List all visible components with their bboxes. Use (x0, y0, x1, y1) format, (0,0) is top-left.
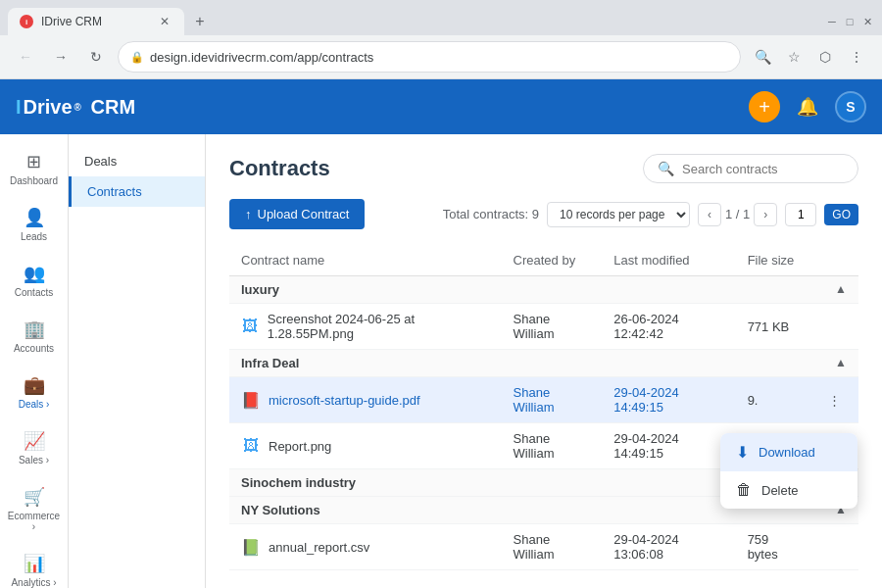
lock-icon: 🔒 (130, 51, 144, 64)
file-name: Screenshot 2024-06-25 at 1.28.55PM.png (268, 312, 490, 341)
refresh-button[interactable]: ↻ (82, 43, 110, 71)
col-last-modified: Last modified (602, 245, 735, 276)
file-name-cell: 🖼 Screenshot 2024-06-25 at 1.28.55PM.png (229, 304, 502, 350)
context-menu: ⬇ Download 🗑 Delete (720, 433, 858, 509)
context-menu-download[interactable]: ⬇ Download (720, 433, 858, 471)
search-input[interactable] (682, 162, 844, 176)
bookmark-icon[interactable]: ☆ (780, 43, 808, 71)
search-icon[interactable]: 🔍 (749, 43, 776, 71)
sidebar-item-deals[interactable]: 💼 Deals › (5, 366, 64, 417)
last-modified-cell: 29-04-2024 13:06:08 (602, 524, 735, 570)
add-button[interactable]: + (749, 91, 780, 122)
upload-contract-button[interactable]: ↑ Upload Contract (229, 199, 365, 229)
analytics-icon: 📊 (24, 552, 45, 575)
sidebar-item-analytics[interactable]: 📊 Analytics › (5, 544, 64, 588)
sidebar-label-sales: Sales › (19, 455, 49, 466)
leads-icon: 👤 (24, 206, 45, 229)
sidebar-item-dashboard[interactable]: ⊞ Dashboard (5, 142, 64, 194)
collapse-luxury-button[interactable]: ▲ (835, 282, 847, 296)
col-created-by: Created by (502, 245, 603, 276)
page-number-input[interactable] (785, 203, 816, 226)
file-size-cell: 771 KB (736, 304, 811, 350)
sidebar-label-dashboard: Dashboard (10, 175, 58, 186)
toolbar: ↑ Upload Contract Total contracts: 9 10 … (229, 199, 858, 229)
sidebar-label-accounts: Accounts (14, 343, 54, 354)
search-box[interactable]: 🔍 (643, 154, 858, 183)
url-text: design.idevidrivecrm.com/app/contracts (150, 50, 373, 65)
upload-label: Upload Contract (258, 207, 350, 221)
upload-icon: ↑ (245, 207, 252, 221)
next-page-button[interactable]: › (754, 203, 777, 226)
group-luxury-name: luxury ▲ (229, 276, 858, 304)
sidebar-item-contacts[interactable]: 👥 Contacts (5, 254, 64, 306)
user-avatar[interactable]: S (835, 91, 866, 122)
pdf-icon: 📕 (241, 388, 261, 412)
page-info: 1 / 1 (725, 207, 750, 221)
col-file-size: File size (736, 245, 811, 276)
sidebar-label-deals: Deals › (19, 399, 50, 410)
address-bar: ← → ↻ 🔒 design.idevidrivecrm.com/app/con… (0, 35, 882, 78)
contacts-icon: 👥 (24, 262, 45, 285)
file-name-cell: 📕 microsoft-startup-guide.pdf (229, 377, 502, 423)
tab-title: IDrive CRM (41, 15, 149, 28)
extensions-icon[interactable]: ⬡ (811, 43, 839, 71)
sidebar-item-ecommerce[interactable]: 🛒 Ecommerce › (5, 477, 64, 540)
dashboard-icon: ⊞ (26, 150, 41, 173)
file-size-cell: 759 bytes (736, 524, 811, 570)
file-size-cell: 9. (736, 377, 811, 423)
forward-button[interactable]: → (47, 43, 74, 71)
last-modified-cell: 29-04-2024 14:49:15 (602, 423, 735, 469)
app-body: ⊞ Dashboard 👤 Leads 👥 Contacts 🏢 Account… (0, 134, 882, 588)
app-logo: IDrive® CRM (16, 96, 135, 119)
group-infra-deal-name: Infra Deal ▲ (229, 350, 858, 377)
tab-close-button[interactable]: ✕ (157, 14, 172, 29)
delete-icon: 🗑 (736, 481, 752, 499)
sidebar-item-sales[interactable]: 📈 Sales › (5, 421, 64, 473)
file-name: microsoft-startup-guide.pdf (269, 393, 420, 408)
maximize-button[interactable]: □ (843, 15, 857, 28)
tab-bar: i IDrive CRM ✕ + ─ □ ✕ (0, 0, 882, 35)
table-header: Contract name Created by Last modified F… (229, 245, 858, 276)
collapse-infra-button[interactable]: ▲ (835, 356, 847, 369)
tab-favicon: i (20, 15, 33, 28)
logo-registered: ® (74, 102, 81, 113)
logo-crm: CRM (91, 96, 136, 119)
prev-page-button[interactable]: ‹ (698, 203, 721, 226)
sidebar-label-leads: Leads (21, 231, 47, 242)
delete-label: Delete (761, 483, 799, 498)
col-actions (811, 245, 858, 276)
ecommerce-icon: 🛒 (24, 485, 45, 509)
records-per-page-select[interactable]: 10 records per page 25 records per page … (547, 202, 690, 227)
context-menu-delete[interactable]: 🗑 Delete (720, 471, 858, 509)
created-by-cell: Shane William (502, 377, 603, 423)
group-luxury: luxury ▲ (229, 276, 858, 304)
table-row[interactable]: 📗 annual_report.csv Shane William 29-04-… (229, 524, 858, 570)
back-button[interactable]: ← (12, 43, 39, 71)
sidebar-label-analytics: Analytics › (11, 577, 56, 588)
minimize-button[interactable]: ─ (825, 15, 839, 28)
main-header: Contracts 🔍 (229, 154, 858, 183)
new-tab-button[interactable]: + (188, 10, 212, 33)
sidebar-label-contacts: Contacts (15, 287, 53, 298)
sub-sidebar-contracts[interactable]: Contracts (69, 176, 205, 207)
col-contract-name: Contract name (229, 245, 502, 276)
go-button[interactable]: GO (824, 204, 858, 225)
table-row[interactable]: 🖼 Screenshot 2024-06-25 at 1.28.55PM.png… (229, 304, 858, 350)
notifications-button[interactable]: 🔔 (792, 91, 823, 122)
active-tab[interactable]: i IDrive CRM ✕ (8, 8, 184, 35)
more-options-button[interactable]: ⋮ (823, 388, 847, 412)
url-bar[interactable]: 🔒 design.idevidrivecrm.com/app/contracts (118, 41, 741, 73)
close-button[interactable]: ✕ (860, 15, 874, 28)
top-nav: IDrive® CRM + 🔔 S (0, 79, 882, 134)
browser-icons: 🔍 ☆ ⬡ ⋮ (749, 43, 870, 71)
sidebar-item-accounts[interactable]: 🏢 Accounts (5, 310, 64, 362)
sub-sidebar-deals[interactable]: Deals (69, 146, 205, 176)
created-by-cell: Shane William (502, 524, 603, 570)
sidebar: ⊞ Dashboard 👤 Leads 👥 Contacts 🏢 Account… (0, 134, 69, 588)
menu-icon[interactable]: ⋮ (843, 43, 870, 71)
sales-icon: 📈 (24, 429, 45, 453)
table-body: luxury ▲ 🖼 Screenshot 2024-06-25 at 1.28… (229, 276, 858, 570)
deals-icon: 💼 (24, 373, 45, 397)
table-row[interactable]: 📕 microsoft-startup-guide.pdf Shane Will… (229, 377, 858, 423)
sidebar-item-leads[interactable]: 👤 Leads (5, 198, 64, 250)
